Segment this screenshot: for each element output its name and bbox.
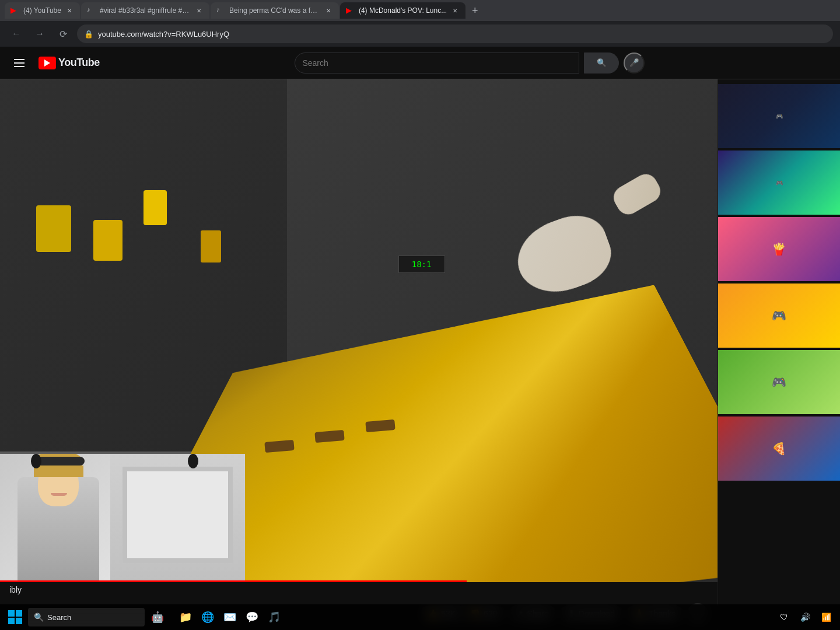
thumb-overlay-6: 🍕 <box>718 416 840 481</box>
tab-favicon-1: ▶ <box>10 6 20 15</box>
tab-favicon-3: ♪ <box>216 6 226 15</box>
thumb-image-4: 🎮 <box>718 284 840 348</box>
sidebar-thumbnail-2[interactable]: 🎮 <box>718 150 840 215</box>
tab-close-3[interactable]: ✕ <box>324 6 333 15</box>
discord-icon: 💬 <box>246 611 258 624</box>
file-explorer-icon: 📁 <box>179 611 192 624</box>
thumb-overlay-2: 🎮 <box>718 150 840 215</box>
right-sidebar: 🎮 🎮 🍟 <box>718 79 840 630</box>
tab-youtube-1[interactable]: ▶ (4) YouTube ✕ <box>5 2 80 19</box>
taskbar-sound-icon[interactable]: 🔊 <box>796 608 814 626</box>
yt-search-button[interactable]: 🔍 <box>584 52 619 74</box>
yt-logo-icon <box>38 57 56 69</box>
yt-logo-text: YouTube <box>58 57 100 69</box>
tab-close-1[interactable]: ✕ <box>65 6 74 15</box>
refresh-button[interactable]: ⟳ <box>54 24 72 43</box>
mic-icon: 🎤 <box>629 58 639 67</box>
taskbar-search-text: Search <box>47 613 71 622</box>
forward-button[interactable]: → <box>30 24 49 43</box>
yt-menu-button[interactable] <box>9 54 29 72</box>
copilot-button[interactable]: 🤖 <box>147 607 168 628</box>
browser-icon: 🌐 <box>201 611 214 624</box>
search-icon: 🔍 <box>597 58 607 67</box>
thumb-image-1: 🎮 <box>718 84 840 148</box>
gmail-icon: ✉️ <box>223 611 236 624</box>
sidebar-thumbnail-3[interactable]: 🍟 <box>718 217 840 281</box>
back-button[interactable]: ← <box>7 24 26 43</box>
sidebar-thumbnail-1[interactable]: 🎮 <box>718 84 840 148</box>
video-frame: 18:1 <box>0 79 718 582</box>
tab-youtube-2-active[interactable]: ▶ (4) McDonald's POV: Lunc... ✕ <box>340 2 466 19</box>
yt-main-content: 18:1 <box>0 79 840 630</box>
shield-icon: 🛡 <box>780 612 788 622</box>
taskbar-apps: 📁 🌐 ✉️ 💬 🎵 <box>175 607 285 628</box>
speaker-icon: 🔊 <box>800 612 810 622</box>
thumb-image-2: 🎮 <box>718 150 840 215</box>
yt-search-container: 🔍 🎤 <box>295 52 645 74</box>
video-progress-bar[interactable] <box>0 580 467 582</box>
thumb-overlay-3: 🍟 <box>718 217 840 281</box>
tab-favicon-2: ♪ <box>87 6 96 15</box>
yt-search-input[interactable] <box>302 58 572 68</box>
taskbar-shield-icon[interactable]: 🛡 <box>775 608 793 626</box>
taskbar-file-explorer[interactable]: 📁 <box>175 607 196 628</box>
taskbar-search[interactable]: 🔍 Search <box>28 608 145 626</box>
taskbar-spotify[interactable]: 🎵 <box>264 607 285 628</box>
network-icon: 📶 <box>821 612 831 622</box>
taskbar-discord[interactable]: 💬 <box>242 607 262 628</box>
yt-mic-button[interactable]: 🎤 <box>624 52 645 74</box>
tab-title-1: (4) YouTube <box>23 6 61 15</box>
spotify-icon: 🎵 <box>268 611 281 624</box>
nav-bar: ← → ⟳ 🔒 youtube.com/watch?v=RKWLu6UHryQ <box>0 21 840 47</box>
yt-header: YouTube 🔍 🎤 <box>0 47 840 79</box>
thumb-image-3: 🍟 <box>718 217 840 281</box>
video-title-text: ibly <box>9 585 22 594</box>
youtube-page: YouTube 🔍 🎤 <box>0 47 840 630</box>
video-container: 18:1 <box>0 79 718 630</box>
start-button[interactable] <box>5 607 26 628</box>
sidebar-thumbnail-5[interactable]: 🎮 <box>718 350 840 414</box>
taskbar-browser[interactable]: 🌐 <box>197 607 218 628</box>
tab-tiktok-1[interactable]: ♪ #viral #b33r3al #gniffrule #sch... ✕ <box>81 2 209 19</box>
tab-close-4[interactable]: ✕ <box>450 6 460 15</box>
thumb-overlay-5: 🎮 <box>718 350 840 414</box>
tab-tiktok-2[interactable]: ♪ Being perma CC'd was a fanta... ✕ <box>211 2 339 19</box>
sidebar-thumbnail-6[interactable]: 🍕 <box>718 416 840 481</box>
browser-chrome: ▶ (4) YouTube ✕ ♪ #viral #b33r3al #gniff… <box>0 0 840 47</box>
tab-bar: ▶ (4) YouTube ✕ ♪ #viral #b33r3al #gniff… <box>0 0 840 21</box>
taskbar: 🔍 Search 🤖 📁 🌐 ✉️ 💬 🎵 🛡 🔊 📶 <box>0 604 840 630</box>
streamer-overlay <box>0 454 245 582</box>
address-text: youtube.com/watch?v=RKWLu6UHryQ <box>98 30 826 38</box>
tab-favicon-4: ▶ <box>346 6 355 15</box>
thumb-image-5: 🎮 <box>718 350 840 414</box>
thumb-overlay-1: 🎮 <box>718 84 840 148</box>
streamer-background <box>0 454 245 582</box>
copilot-icon: 🤖 <box>151 611 164 624</box>
tab-title-3: Being perma CC'd was a fanta... <box>229 6 320 15</box>
tab-title-4: (4) McDonald's POV: Lunc... <box>359 6 447 15</box>
taskbar-gmail[interactable]: ✉️ <box>219 607 240 628</box>
taskbar-system-tray: 🛡 🔊 📶 <box>775 608 835 626</box>
thumb-overlay-4: 🎮 <box>718 284 840 348</box>
taskbar-network-icon[interactable]: 📶 <box>817 608 835 626</box>
lock-icon: 🔒 <box>84 30 93 38</box>
sidebar-thumbnail-4[interactable]: 🎮 <box>718 284 840 348</box>
tab-close-2[interactable]: ✕ <box>194 6 204 15</box>
menu-line-1 <box>14 59 24 60</box>
thumb-image-6: 🍕 <box>718 416 840 481</box>
video-player[interactable]: 18:1 <box>0 79 718 582</box>
address-bar[interactable]: 🔒 youtube.com/watch?v=RKWLu6UHryQ <box>77 24 833 43</box>
menu-line-2 <box>14 62 24 64</box>
windows-logo-icon <box>8 610 22 624</box>
menu-line-3 <box>14 66 24 67</box>
video-title-area: ibly <box>0 582 718 597</box>
yt-search-bar[interactable] <box>295 52 579 74</box>
yt-logo[interactable]: YouTube <box>38 57 100 69</box>
taskbar-search-icon: 🔍 <box>34 612 44 622</box>
new-tab-button[interactable]: + <box>467 2 483 19</box>
tab-title-2: #viral #b33r3al #gniffrule #sch... <box>100 6 191 15</box>
